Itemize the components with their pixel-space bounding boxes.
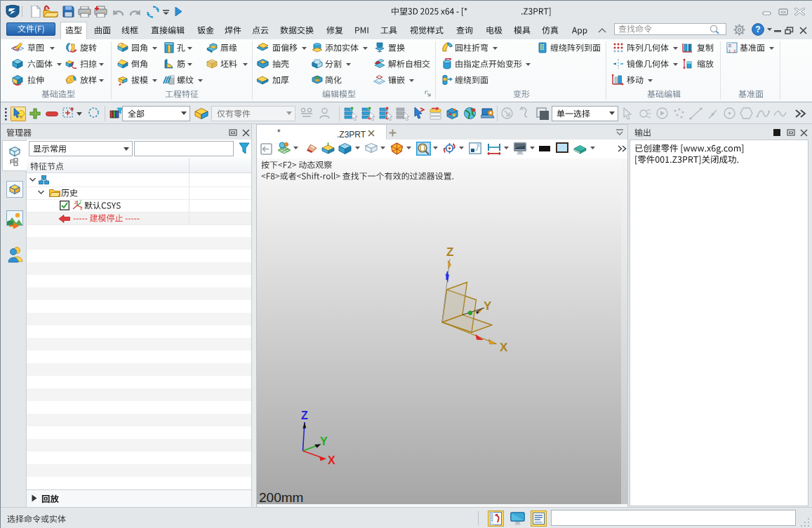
- svg-text:Z: Z: [74, 201, 77, 205]
- svg-text:Y: Y: [79, 200, 82, 203]
- svg-text:?: ?: [755, 25, 760, 34]
- svg-text:X: X: [80, 207, 83, 211]
